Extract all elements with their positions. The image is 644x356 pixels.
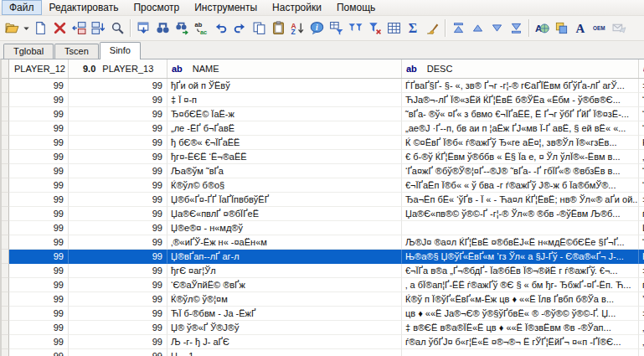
row-selector[interactable] xyxy=(2,307,9,321)
table-row[interactable]: 9999‡ Ї ¤-пЋЈа®¬-лҐ Ї®«зЁй ЌҐ¦ЁвЁ б®ЎЁа … xyxy=(2,93,644,107)
zoom-icon[interactable] xyxy=(108,18,127,39)
column-header-name[interactable]: abNAME xyxy=(167,59,402,78)
table-row[interactable]: 9999Џа®Є«пвлҐ ¤®бЇҐеЁЏа®Є«пв®© ў®©-Ґ -г¦… xyxy=(2,207,644,221)
table-row[interactable]: 9999Ќ®ўл© б®о§€¬ЇҐаЁп Ї®б« « ў бва -г ѓ®… xyxy=(2,178,644,193)
new-file-icon[interactable] xyxy=(31,18,50,39)
row-selector[interactable] xyxy=(2,221,9,235)
redo-icon[interactable] xyxy=(230,18,250,39)
cell-player12: 99 xyxy=(9,321,69,335)
table-row[interactable]: 9999ЋЇ б-®бвм - Ја -ЁжҐцв ♦ ««Ё Ја®¬Є® ў… xyxy=(2,307,644,321)
column-header-extra[interactable]: a xyxy=(639,59,644,78)
row-selector[interactable] xyxy=(2,150,9,164)
tab-tglobal[interactable]: Tglobal xyxy=(3,44,54,59)
svg-text:Σ: Σ xyxy=(409,21,417,35)
table-row[interactable]: 9999‚®«иҐЎ-Ёж н« -¤аЁн«мЉ®Ј¤ ®а¤л ЌҐ¦ЁвЁ… xyxy=(2,235,644,250)
sum-icon[interactable]: Σ xyxy=(404,18,423,39)
format-brush-icon[interactable] xyxy=(423,18,442,39)
row-selector[interactable] xyxy=(2,321,9,335)
row-selector[interactable] xyxy=(2,136,9,150)
charset-icon[interactable]: A xyxy=(533,18,552,39)
layers-icon[interactable] xyxy=(552,18,571,39)
table-row[interactable]: 9999Ља®ўм ˜вҐа‘Ґа¤жҐ ®бў®Ў®¦¤Ґ--®Ј® ˜вҐа… xyxy=(2,164,644,178)
prev-record-icon[interactable] xyxy=(468,18,487,39)
table-row[interactable]: 9999Џ®б«Ґ¤-ҐҐ ЇаҐЇпвбвўЁҐЂа¬Ёп бЁ« ‘ўҐв … xyxy=(2,193,644,207)
menu-item-file[interactable]: Файл xyxy=(2,0,42,15)
cell-player12: 99 xyxy=(9,264,69,278)
open-file-dropdown-icon[interactable] xyxy=(22,18,31,39)
column-header-player12[interactable]: PLAYER_12 xyxy=(9,59,69,78)
cell-extra: “ xyxy=(639,121,644,136)
replace-icon[interactable]: abac xyxy=(192,18,211,39)
column-type-badge: ab xyxy=(172,64,183,74)
find-next-icon[interactable] xyxy=(173,18,192,39)
row-selector[interactable] xyxy=(2,264,9,278)
row-selector[interactable] xyxy=(2,193,9,207)
row-selector[interactable] xyxy=(2,292,9,307)
table-row[interactable]: 9999Ђ¤бЄЁ© ЇаЁ-ж˜вҐа- ®ў« ¤Ґ« з бвмо €¬Ї… xyxy=(2,107,644,121)
row-selector[interactable] xyxy=(2,93,9,107)
table-row[interactable]: 9999Џ®е®¤ - н«мд®ўЏ xyxy=(2,221,644,235)
column-header-desc[interactable]: abDESC xyxy=(402,59,639,78)
row-selector[interactable] xyxy=(2,335,9,349)
row-selector[interactable] xyxy=(2,250,9,264)
menu-item-help[interactable]: Помощь xyxy=(329,0,383,15)
table-row[interactable]: 9999Џ®вҐап--лҐ аг-лЊ®а®§ Џ®ўҐ«ЁвҐ«м ’гз … xyxy=(2,250,644,264)
insert-record-icon[interactable] xyxy=(70,18,89,39)
cell-name: Ђ¤бЄЁ© ЇаЁ-ж xyxy=(167,107,402,121)
filter-clear-icon[interactable] xyxy=(365,18,384,39)
table-row[interactable]: 9999Џ® ў®«Ґ Ў®Ј®ў‡ в®ЄЁ в®а®ЇЁ«Ё цв ♦ ««… xyxy=(2,321,644,335)
delete-icon[interactable] xyxy=(50,18,70,39)
tab-tscen[interactable]: Tscen xyxy=(54,44,99,59)
row-selector[interactable] xyxy=(2,235,9,250)
cell-desc: Џа®Є«пв®© ў®©-Ґ -г¦-® Ўл«® ®бв -®ўЁвм Љ®… xyxy=(402,207,639,221)
row-selector[interactable] xyxy=(2,164,9,178)
table-row[interactable]: 9999Ќ®ўл© ў®¦¤мЌ®ў п Ї®ўҐ«ЁвҐ«м-Ёж цв ♦ … xyxy=(2,292,644,307)
first-record-icon[interactable] xyxy=(449,18,468,39)
find-icon[interactable] xyxy=(153,18,173,39)
open-file-icon[interactable] xyxy=(3,18,22,39)
row-selector[interactable] xyxy=(2,349,9,356)
copy-icon[interactable] xyxy=(250,18,269,39)
filter-table-icon[interactable] xyxy=(327,18,346,39)
info-icon[interactable]: i xyxy=(307,18,327,39)
post-changes-icon[interactable] xyxy=(134,18,153,39)
oem-icon[interactable]: OEM xyxy=(590,18,610,39)
cell-extra: “ xyxy=(639,93,644,107)
undo-icon[interactable] xyxy=(211,18,230,39)
cell-extra: ‡ xyxy=(639,193,644,207)
menu-item-settings[interactable]: Настройки xyxy=(265,0,329,15)
menu-item-tools[interactable]: Инструменты xyxy=(187,0,265,15)
table-row[interactable]: 9999Љ -г- ђ Ј- аҐЄѓ®ал ўбҐЈ¤ б«г¦Ё«Ё ¤®¬… xyxy=(2,335,644,349)
table-row[interactable]: 9999„ле -ЁҐ б¬ҐавЁ„ае®Ј ·Ґ--п, бв аи п ¦… xyxy=(2,121,644,136)
next-record-icon[interactable] xyxy=(487,18,507,39)
row-selector[interactable] xyxy=(2,207,9,221)
row-selector[interactable] xyxy=(2,107,9,121)
sort-az-icon[interactable]: AZ xyxy=(288,18,307,39)
table-row[interactable]: 9999ђг¤-ЁЄЁ ‘Ё¬®аЁЁ€ б-®ў ЌҐ¦Ёвм ў®ббв «… xyxy=(2,150,644,164)
row-selector[interactable] xyxy=(2,79,9,93)
tab-sinfo[interactable]: Sinfo xyxy=(100,42,141,59)
paste-icon[interactable] xyxy=(269,18,288,39)
filter-icon[interactable] xyxy=(346,18,365,39)
table-row[interactable]: 9999Џ -- 1 xyxy=(2,349,644,356)
row-selector[interactable] xyxy=(2,121,9,136)
grid-view-icon[interactable] xyxy=(384,18,404,39)
row-selector[interactable] xyxy=(2,178,9,193)
last-record-icon[interactable] xyxy=(507,18,526,39)
svg-text:i: i xyxy=(316,23,318,32)
mail-icon[interactable] xyxy=(610,18,629,39)
cell-player13: 99 xyxy=(69,79,167,93)
column-header-player13[interactable]: 9.0PLAYER_13 xyxy=(69,59,167,78)
append-record-icon[interactable] xyxy=(89,18,108,39)
row-selector[interactable] xyxy=(2,278,9,292)
table-row[interactable]: 9999ђҐи ой п ЎЁвўЃҐваҐ§Ґ- §- «, зв® Ґ¬г … xyxy=(2,79,644,93)
table-row[interactable]: 9999ђ бЄ®« €¬ЇҐаЁЁЌ ©¤ЁвҐ Ї®б« ѓ®ажҐў Ђ«… xyxy=(2,136,644,150)
menu-item-edit[interactable]: Редактировать xyxy=(42,0,126,15)
cell-player13: 99 xyxy=(69,235,167,250)
table-row[interactable]: 9999‘Є®аЎпйЁ© ®вҐж‚ а бЇ®ап¦Ґ-ЁЁ ѓ®ажҐў … xyxy=(2,278,644,292)
menu-item-view[interactable]: Просмотр xyxy=(126,0,187,15)
font-icon[interactable]: A xyxy=(571,18,590,39)
tab-bar: TglobalTscenSinfo xyxy=(0,41,644,59)
cell-player12: 99 xyxy=(9,207,69,221)
table-row[interactable]: 9999ђгЄ ¤аг¦Ўл€¬ЇҐа в®а „Ґ¬®бдҐ- Їа®бЁв … xyxy=(2,264,644,278)
